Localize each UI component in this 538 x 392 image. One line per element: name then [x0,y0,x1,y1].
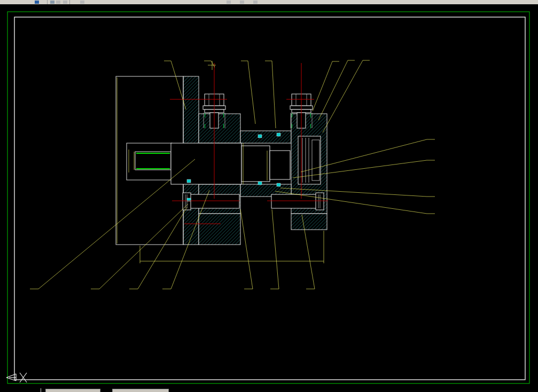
part-cover-top [240,131,291,143]
tab-layout2[interactable] [112,389,169,392]
seal-mark [277,183,280,186]
open-icon[interactable] [50,1,54,4]
cad-window [0,0,538,392]
bolt-socket-head [316,193,324,210]
seal-mark [258,135,262,138]
bolt-shank [190,194,239,208]
ucs-icon [6,373,27,382]
seal-mark [258,182,262,185]
part-shaft-step [241,146,270,182]
part-foot-right [291,214,327,230]
bolt-shank [271,194,316,208]
drawing-frame [14,17,525,380]
drawing-canvas[interactable] [0,4,538,388]
bore-outer [127,143,172,180]
save-icon[interactable] [56,1,60,4]
seal-mark [277,133,280,136]
layer-icon[interactable] [240,1,244,4]
toolbar-separator [47,0,48,4]
assembly-drawing [30,60,435,289]
toolbar-separator [69,0,70,4]
help-icon[interactable] [253,1,258,4]
app-icon[interactable] [35,1,39,4]
zoom-icon[interactable] [80,1,84,4]
part-foot-left [199,214,240,245]
part-shaft-end [270,151,290,179]
print-icon[interactable] [63,1,67,4]
paper-border [7,12,529,383]
part-shaft [171,143,241,184]
pan-icon[interactable] [227,1,231,4]
seal-mark [187,179,191,183]
cad-viewport[interactable] [0,4,538,388]
status-separator [41,388,41,392]
status-bar [0,388,538,392]
part-housing-top [199,114,240,143]
tab-layout1[interactable] [45,389,100,392]
technical-requirements [153,313,180,316]
bore-inner [135,152,171,170]
